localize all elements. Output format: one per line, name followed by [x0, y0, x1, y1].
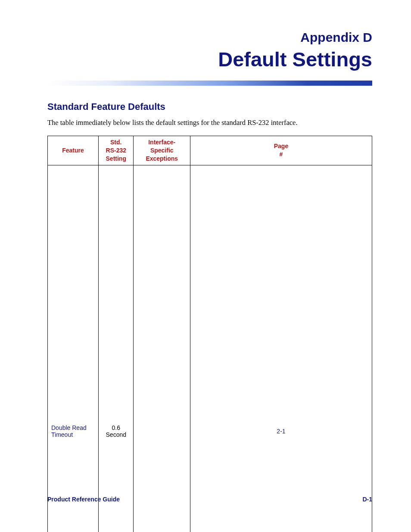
table-row: Double Read Timeout0.6 Second2-1: [48, 165, 372, 532]
footer-left: Product Reference Guide: [47, 496, 120, 503]
page: Appendix D Default Settings Standard Fea…: [0, 0, 411, 532]
table-header-row: Feature Std.RS-232Setting Interface-Spec…: [48, 136, 372, 165]
section-heading: Standard Feature Defaults: [47, 101, 372, 112]
chapter-title: Default Settings: [47, 47, 372, 71]
col-exceptions: Interface-SpecificExceptions: [134, 136, 190, 165]
appendix-label: Appendix D: [47, 30, 372, 45]
header-rule: [47, 81, 372, 86]
cell-setting: 0.6 Second: [99, 165, 134, 532]
footer-right: D-1: [362, 496, 372, 503]
col-page: Page#: [190, 136, 372, 165]
intro-text: The table immediately below lists the de…: [47, 118, 372, 127]
cell-page[interactable]: 2-1: [190, 165, 372, 532]
cell-exceptions: [134, 165, 190, 532]
col-feature: Feature: [48, 136, 99, 165]
settings-table: Feature Std.RS-232Setting Interface-Spec…: [47, 136, 372, 532]
page-footer: Product Reference Guide D-1: [47, 496, 372, 503]
table-body: Double Read Timeout0.6 Second2-1Label Go…: [48, 165, 372, 532]
cell-feature: Double Read Timeout: [48, 165, 99, 532]
col-setting: Std.RS-232Setting: [99, 136, 134, 165]
table-wrap: Feature Std.RS-232Setting Interface-Spec…: [47, 136, 372, 532]
